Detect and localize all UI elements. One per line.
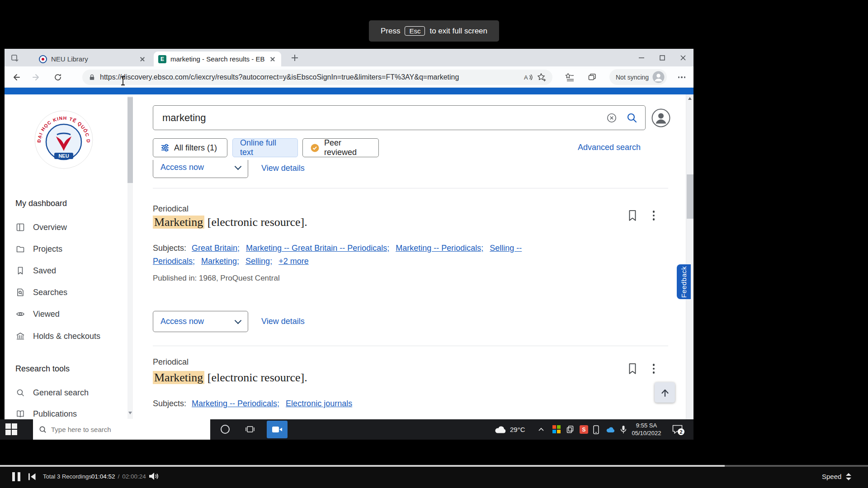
feedback-tab[interactable]: Feedback	[677, 264, 691, 299]
read-aloud-icon[interactable]: A	[524, 73, 533, 81]
access-now-button[interactable]: Access now	[153, 160, 248, 178]
subject-link[interactable]: Marketing -- Periodicals;	[192, 399, 279, 408]
temperature-label[interactable]: 29°C	[510, 419, 525, 440]
highlighted-term: Marketing	[153, 371, 204, 384]
tab-search-results[interactable]: E marketing - Search results - EBS...	[154, 52, 281, 66]
peer-reviewed-label: Peer reviewed	[324, 138, 371, 157]
more-subjects-link[interactable]: +2 more	[278, 257, 309, 266]
tray-s-app-icon[interactable]: S	[580, 425, 588, 434]
volume-button[interactable]	[148, 472, 159, 481]
weather-cloud-icon[interactable]	[495, 425, 507, 434]
research-tools-heading: Research tools	[15, 364, 70, 374]
sidebar-item-saved[interactable]: Saved	[15, 264, 56, 277]
maximize-button[interactable]	[652, 49, 673, 66]
access-now-label: Access now	[160, 317, 204, 326]
result-type-label: Periodical	[153, 204, 189, 214]
tray-color-grid-icon[interactable]	[552, 425, 561, 433]
cortana-icon[interactable]	[221, 425, 230, 434]
subject-link[interactable]: Selling;	[245, 257, 272, 266]
sidebar-item-general-search[interactable]: General search	[15, 386, 89, 399]
clock-date: 05/10/2022	[627, 429, 665, 437]
speed-label[interactable]: Speed	[822, 465, 841, 488]
all-filters-button[interactable]: All filters (1)	[153, 138, 227, 157]
profile-button[interactable]: Not syncing	[609, 69, 667, 85]
new-tab-button[interactable]	[290, 53, 299, 62]
pause-button[interactable]	[12, 472, 20, 481]
subject-link[interactable]: Great Britain;	[192, 244, 240, 253]
url-text: https://discovery.ebsco.com/c/iexcry/res…	[100, 73, 519, 81]
tab-close-icon[interactable]	[138, 55, 146, 63]
online-full-text-filter[interactable]: Online full text	[232, 138, 298, 157]
collections-icon[interactable]	[587, 72, 598, 83]
tray-microphone-icon[interactable]	[620, 425, 627, 434]
favorites-icon[interactable]	[564, 72, 575, 83]
view-details-link[interactable]: View details	[261, 317, 305, 326]
speed-adjust-icon[interactable]	[845, 473, 852, 481]
start-button[interactable]	[5, 423, 18, 436]
sidebar-scroll-down-icon[interactable]	[128, 412, 132, 414]
bookmark-button[interactable]	[627, 210, 637, 221]
action-center-icon[interactable]: 2	[672, 424, 683, 434]
time-separator: /	[118, 473, 120, 480]
account-icon[interactable]	[651, 108, 671, 128]
subject-link[interactable]: Marketing;	[201, 257, 239, 266]
logo-banner-text: NEU	[58, 153, 69, 159]
sidebar-item-label: Overview	[33, 223, 67, 232]
tray-pages-icon[interactable]	[566, 425, 574, 434]
neu-favicon	[39, 55, 47, 63]
sidebar-item-overview[interactable]: Overview	[15, 221, 67, 234]
minimize-button[interactable]	[631, 49, 652, 66]
back-button[interactable]	[11, 72, 22, 83]
subject-link[interactable]: Electronic journals	[286, 399, 352, 408]
tab-actions-icon[interactable]	[10, 53, 20, 63]
task-view-icon[interactable]	[245, 424, 255, 434]
taskbar-search[interactable]	[33, 419, 210, 440]
advanced-search-link[interactable]: Advanced search	[578, 143, 641, 152]
sidebar-scrollbar-thumb[interactable]	[127, 97, 133, 183]
previous-recording-button[interactable]	[28, 473, 37, 481]
scroll-up-icon[interactable]	[688, 97, 692, 100]
subject-link[interactable]: Marketing -- Great Britain -- Periodical…	[246, 244, 389, 253]
settings-menu-icon[interactable]	[676, 72, 687, 83]
taskbar-clock[interactable]: 9:55 SA 05/10/2022	[627, 422, 665, 437]
sidebar-item-publications[interactable]: Publications	[15, 407, 77, 421]
close-button[interactable]	[673, 49, 693, 66]
view-details-link[interactable]: View details	[261, 164, 305, 173]
tray-onedrive-icon[interactable]	[606, 427, 616, 433]
page-scrollbar-thumb[interactable]	[687, 174, 693, 219]
clear-search-icon[interactable]	[606, 113, 617, 123]
tab-neu-library[interactable]: NEU Library	[34, 52, 151, 66]
toast-suffix: to exit full screen	[429, 27, 487, 36]
tray-expand-icon[interactable]	[538, 427, 544, 432]
tab-close-icon[interactable]	[269, 55, 277, 63]
peer-reviewed-filter[interactable]: Peer reviewed	[302, 138, 379, 157]
result-title-link[interactable]: Marketing [electronic resource].	[153, 216, 307, 229]
sidebar-item-searches[interactable]: Searches	[15, 286, 67, 299]
sidebar-item-holds-checkouts[interactable]: Holds & checkouts	[15, 329, 100, 343]
kebab-menu-icon[interactable]	[652, 364, 656, 374]
sidebar-scrollbar[interactable]	[127, 95, 133, 419]
tray-phone-icon[interactable]	[593, 425, 599, 434]
address-bar[interactable]: https://discovery.ebsco.com/c/iexcry/res…	[82, 70, 552, 85]
scroll-to-top-button[interactable]	[655, 382, 675, 403]
kebab-menu-icon[interactable]	[652, 211, 656, 221]
lock-icon	[89, 74, 95, 81]
search-icon[interactable]	[626, 112, 638, 124]
sidebar-item-projects[interactable]: Projects	[15, 242, 62, 256]
refresh-button[interactable]	[52, 72, 63, 83]
bookmark-button[interactable]	[627, 363, 637, 375]
tab-title: NEU Library	[51, 55, 134, 63]
camera-app-button[interactable]	[267, 421, 288, 438]
forward-button[interactable]	[31, 72, 42, 83]
taskbar-search-input[interactable]	[51, 426, 187, 433]
result-subjects: Subjects:Marketing -- Periodicals;Electr…	[153, 397, 614, 410]
overview-icon	[15, 223, 25, 232]
result-title-link[interactable]: Marketing [electronic resource].	[153, 371, 307, 385]
subject-link[interactable]: Marketing -- Periodicals;	[396, 244, 483, 253]
add-favorite-icon[interactable]	[537, 73, 546, 82]
time-display: 01:04:52 / 02:00:24	[91, 465, 146, 488]
sidebar-item-viewed[interactable]: Viewed	[15, 307, 60, 321]
search-input[interactable]	[162, 111, 569, 125]
access-now-button[interactable]: Access now	[153, 311, 248, 332]
browser-tab-bar: NEU Library E marketing - Search results…	[5, 49, 693, 66]
